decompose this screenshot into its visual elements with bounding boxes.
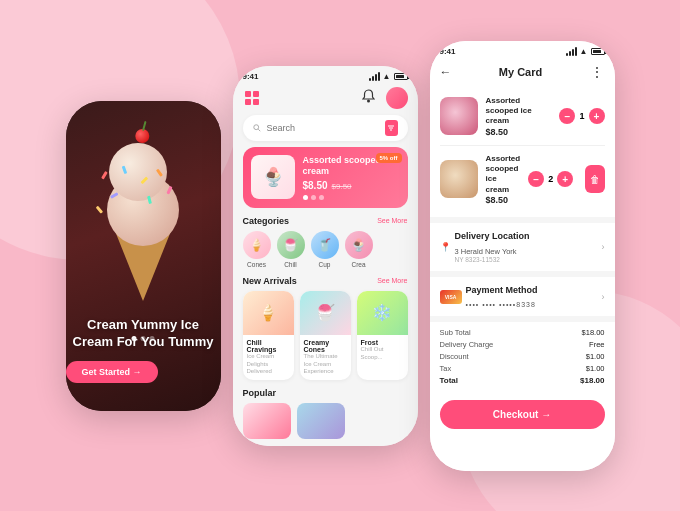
status-icons: ▲ — [369, 72, 408, 81]
new-arrivals-row: 🍦 Chill Cravings Ice Cream Delights Deli… — [233, 291, 418, 388]
category-cup[interactable]: 🥤 Cup — [311, 231, 339, 268]
discount-label: Discount — [440, 352, 469, 361]
payment-arrow[interactable]: › — [602, 292, 605, 302]
delivery-address: 3 Herald New York — [455, 247, 530, 256]
banner-price: $8.50 — [303, 180, 328, 191]
phone-splash: Cream Yummy Ice Cream For You Tummy Get … — [66, 101, 221, 411]
payment-info: Payment Method •••• •••• •••••8338 — [466, 285, 538, 308]
arrivals-see-more[interactable]: See More — [377, 277, 407, 284]
search-bar[interactable] — [243, 115, 408, 141]
subtotal-row: Sub Total $18.00 — [440, 328, 605, 337]
banner-badge: 5% off — [376, 153, 402, 163]
delivery-zip: NY 8323-11532 — [455, 256, 530, 263]
new-arrivals-header: New Arrivals See More — [233, 276, 418, 291]
search-input[interactable] — [267, 123, 379, 133]
frost-info: Frost Chill Out Scoop... — [357, 335, 408, 366]
arrival-frost[interactable]: ❄️ Frost Chill Out Scoop... — [357, 291, 408, 380]
delivery-arrow[interactable]: › — [602, 242, 605, 252]
category-cones[interactable]: 🍦 Cones — [243, 231, 271, 268]
svg-rect-3 — [156, 168, 163, 176]
delivery-row: 📍 Delivery Location 3 Herald New York NY… — [440, 231, 605, 263]
svg-point-13 — [253, 124, 258, 129]
visa-icon: VISA — [440, 290, 462, 304]
banner-image: 🍨 — [251, 155, 295, 199]
splash-text: Cream Yummy Ice Cream For You Tummy Get … — [66, 317, 221, 383]
tax-row: Tax $1.00 — [440, 364, 605, 373]
category-cream[interactable]: 🍨 Crea — [345, 231, 373, 268]
svg-rect-0 — [101, 171, 108, 179]
delivery-info: Delivery Location 3 Herald New York NY 8… — [455, 231, 530, 263]
qty-decrease-1[interactable]: − — [559, 108, 575, 124]
payment-card-number: •••• •••• •••••8338 — [466, 301, 538, 308]
cart-item-1-info: Assorted scooped ice cream $8.50 — [486, 96, 552, 137]
grid-icon[interactable] — [243, 89, 261, 107]
phone-home: 9:41 ▲ — [233, 66, 418, 446]
qty-decrease-2[interactable]: − — [528, 171, 544, 187]
svg-rect-6 — [166, 185, 172, 194]
arrival-creamy[interactable]: 🍧 Creamy Cones The Ultimate Ice Cream Ex… — [300, 291, 351, 380]
card-page-title: My Card — [499, 66, 542, 78]
popular-item-1[interactable] — [243, 403, 291, 439]
new-arrivals-title: New Arrivals — [243, 276, 297, 286]
chill-cravings-info: Chill Cravings Ice Cream Delights Delive… — [243, 335, 294, 380]
cup-icon: 🥤 — [311, 231, 339, 259]
categories-title: Categories — [243, 216, 290, 226]
get-started-button[interactable]: Get Started → — [66, 361, 158, 383]
svg-rect-9 — [253, 91, 259, 97]
chill-label: Chill — [284, 261, 297, 268]
order-summary: Sub Total $18.00 Delivery Charge Free Di… — [430, 316, 615, 392]
creamy-cones-img: 🍧 — [300, 291, 351, 335]
cart-item-1-name: Assorted scooped ice cream — [486, 96, 552, 127]
cart-item-1-price: $8.50 — [486, 127, 552, 137]
banner-price-old: $9.50 — [332, 182, 352, 191]
cart-item-2-price: $8.50 — [486, 195, 521, 205]
battery-icon — [394, 73, 408, 80]
cart-item-1-image — [440, 97, 478, 135]
arrival-chill[interactable]: 🍦 Chill Cravings Ice Cream Delights Deli… — [243, 291, 294, 380]
card-header: ← My Card ⋮ — [430, 58, 615, 84]
cart-item-2-info: Assorted scooped ice cream $8.50 — [486, 154, 521, 206]
promo-banner[interactable]: 🍨 Assorted scooped ice cream $8.50 $9.50… — [243, 147, 408, 208]
card-signal-icon — [566, 47, 577, 56]
svg-line-14 — [258, 129, 260, 131]
categories-header: Categories See More — [233, 216, 418, 231]
creamy-cones-desc: The Ultimate Ice Cream Experience — [304, 353, 347, 376]
category-chill[interactable]: 🍧 Chill — [277, 231, 305, 268]
more-options-button[interactable]: ⋮ — [590, 64, 605, 80]
categories-see-more[interactable]: See More — [377, 217, 407, 224]
delete-item-2[interactable]: 🗑 — [585, 165, 604, 193]
discount-row: Discount $1.00 — [440, 352, 605, 361]
cart-item-2-name: Assorted scooped ice cream — [486, 154, 521, 196]
popular-title: Popular — [243, 388, 277, 398]
location-icon: 📍 — [440, 242, 451, 252]
qty-controls-1: − 1 + — [559, 108, 604, 124]
card-status-time: 9:41 — [440, 47, 456, 56]
menu-icon-group — [243, 89, 261, 107]
qty-value-1: 1 — [579, 111, 584, 121]
qty-increase-1[interactable]: + — [589, 108, 605, 124]
cones-label: Cones — [247, 261, 266, 268]
card-wifi-icon: ▲ — [580, 47, 588, 56]
back-button[interactable]: ← — [440, 65, 452, 79]
delivery-charge-label: Delivery Charge — [440, 340, 494, 349]
delivery-section: 📍 Delivery Location 3 Herald New York NY… — [430, 217, 615, 271]
chill-cravings-desc: Ice Cream Delights Delivered — [247, 353, 290, 376]
svg-rect-4 — [110, 192, 118, 199]
filter-icon[interactable] — [385, 120, 398, 136]
checkout-button[interactable]: Checkout → — [440, 400, 605, 429]
categories-row: 🍦 Cones 🍧 Chill 🥤 Cup 🍨 Crea — [233, 231, 418, 276]
qty-increase-2[interactable]: + — [557, 171, 573, 187]
bell-icon[interactable] — [360, 87, 378, 105]
popular-item-2[interactable] — [297, 403, 345, 439]
payment-section: VISA Payment Method •••• •••• •••••8338 … — [430, 271, 615, 316]
payment-title: Payment Method — [466, 285, 538, 295]
frost-desc: Chill Out Scoop... — [361, 346, 404, 362]
cup-label: Cup — [319, 261, 331, 268]
cart-item-2: Assorted scooped ice cream $8.50 − 2 + 🗑 — [440, 146, 605, 214]
svg-rect-7 — [96, 205, 103, 213]
user-avatar[interactable] — [386, 87, 408, 109]
signal-icon — [369, 72, 380, 81]
chill-cravings-name: Chill Cravings — [247, 339, 290, 353]
header-right-icons — [360, 87, 408, 109]
card-status-icons: ▲ — [566, 47, 605, 56]
